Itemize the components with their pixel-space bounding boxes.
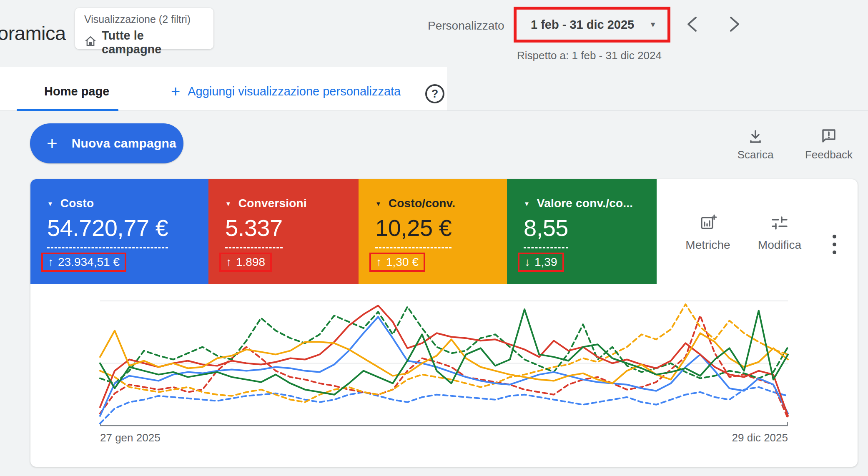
scorecard-delta-value: 1,30 € [386, 256, 419, 269]
scorecard-value: 54.720,77 € [47, 214, 168, 248]
scorecard-label: Valore conv./co... [537, 197, 633, 210]
page-title: oramica [0, 22, 66, 45]
scorecard-value: 10,25 € [375, 214, 452, 248]
caret-down-icon: ▼ [225, 200, 231, 207]
edit-button[interactable]: Modifica [748, 213, 811, 252]
previous-period-button[interactable] [685, 15, 701, 33]
scorecard-label: Conversioni [238, 197, 307, 210]
scorecard-valore-conv-costo[interactable]: ▼ Valore conv./co... 8,55 ↓1,39 [507, 179, 657, 284]
help-icon[interactable]: ? [425, 84, 444, 103]
feedback-icon [800, 127, 858, 145]
add-custom-view-label: Aggiungi visualizzazione personalizzata [188, 85, 401, 98]
view-selector-chip[interactable]: Visualizzazione (2 filtri) Tutte le camp… [75, 8, 213, 49]
arrow-up-icon: ↑ [376, 256, 382, 269]
caret-down-icon: ▼ [524, 200, 530, 207]
feedback-label: Feedback [800, 148, 858, 161]
arrow-up-icon: ↑ [48, 256, 54, 269]
tune-icon [748, 213, 811, 233]
next-period-button[interactable] [725, 15, 742, 33]
feedback-button[interactable]: Feedback [800, 127, 858, 161]
scorecard-delta-annotation: ↑1,30 € [369, 253, 425, 272]
date-range-value: 1 feb - 31 dic 2025 [531, 18, 649, 32]
add-custom-view-button[interactable]: + Aggiungi visualizzazione personalizzat… [171, 83, 401, 99]
download-icon [726, 128, 785, 145]
download-label: Scarica [726, 148, 785, 161]
caret-down-icon: ▼ [375, 200, 381, 207]
plus-icon: + [171, 83, 180, 99]
scorecard-conversioni[interactable]: ▼ Conversioni 5.337 ↑1.898 [208, 179, 359, 284]
date-range-selector[interactable]: 1 feb - 31 dic 2025 ▼ [514, 7, 670, 43]
scorecard-delta-value: 23.934,51 € [58, 256, 120, 269]
chart-line-value-per-cost [100, 309, 788, 395]
metrics-button[interactable]: Metriche [677, 213, 739, 252]
scorecard-delta-annotation: ↑23.934,51 € [41, 253, 126, 272]
download-button[interactable]: Scarica [726, 128, 785, 161]
date-mode-label: Personalizzato [428, 19, 504, 33]
scorecard-costo-conv[interactable]: ▼ Costo/conv. 10,25 € ↑1,30 € [359, 179, 507, 284]
scorecard-label: Costo [60, 197, 94, 210]
chart-x-end-label: 29 dic 2025 [642, 431, 788, 444]
view-scope-label: Tutte le campagne [102, 29, 205, 56]
active-tab-underline [17, 109, 118, 111]
home-icon [84, 35, 97, 50]
overview-panel: ▼ Costo 54.720,77 € ↑23.934,51 € ▼ Conve… [30, 179, 858, 467]
chart-line-prev-cost [100, 387, 788, 423]
caret-down-icon: ▼ [47, 200, 53, 207]
view-filters-label: Visualizzazione (2 filtri) [84, 13, 205, 25]
overview-chart-svg [100, 301, 788, 426]
scorecard-delta-annotation: ↑1.898 [219, 253, 272, 272]
scorecard-value: 8,55 [524, 214, 568, 248]
compare-period-label: Rispetto a: 1 feb - 31 dic 2024 [517, 49, 662, 62]
caret-down-icon: ▼ [649, 20, 657, 29]
add-chart-icon [677, 213, 739, 233]
chart-x-start-label: 27 gen 2025 [100, 431, 161, 444]
tab-divider [0, 110, 868, 111]
arrow-down-icon: ↓ [524, 256, 530, 269]
plus-icon: + [47, 135, 58, 152]
metrics-label: Metriche [677, 238, 739, 252]
scorecard-delta-annotation: ↓1,39 [518, 253, 564, 272]
arrow-up-icon: ↑ [226, 256, 232, 269]
new-campaign-button[interactable]: + Nuova campagna [30, 123, 183, 163]
scorecard-label: Costo/conv. [389, 197, 455, 210]
new-campaign-label: Nuova campagna [72, 136, 176, 150]
tab-home-page[interactable]: Home page [44, 85, 109, 98]
more-options-button[interactable] [826, 224, 843, 264]
edit-label: Modifica [748, 238, 811, 252]
scorecard-delta-value: 1,39 [534, 256, 557, 269]
scorecard-costo[interactable]: ▼ Costo 54.720,77 € ↑23.934,51 € [30, 179, 208, 284]
overview-chart [100, 301, 788, 426]
scorecard-delta-value: 1.898 [236, 256, 265, 269]
scorecard-value: 5.337 [225, 214, 283, 248]
